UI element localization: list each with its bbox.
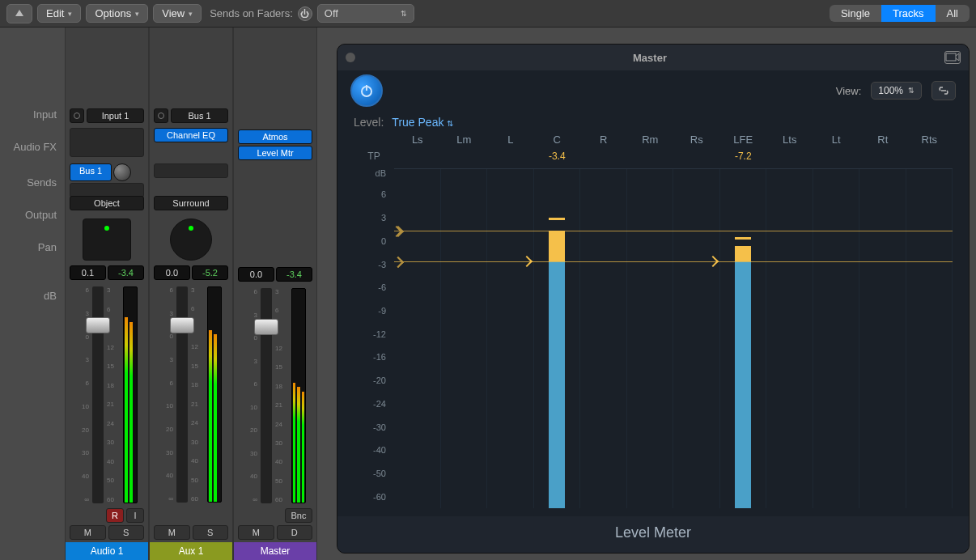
label-input: Input xyxy=(0,108,65,141)
tp-value xyxy=(859,151,906,162)
reference-line xyxy=(394,261,953,262)
level-mode-selector[interactable]: True Peak ⇅ xyxy=(392,116,453,129)
updown-icon: ⇅ xyxy=(447,119,453,128)
view-mode-group: Single Tracks All xyxy=(830,5,970,22)
solo-button[interactable]: D xyxy=(277,525,313,540)
sends-selector[interactable]: Off⇅ xyxy=(317,4,414,23)
fader-cap[interactable] xyxy=(254,319,278,335)
audiofx-slot[interactable]: Atmos xyxy=(238,129,312,144)
output-slot[interactable]: Surround xyxy=(154,196,228,210)
channel-label: Lt xyxy=(813,134,860,146)
input-slot[interactable]: Input 1 xyxy=(87,108,144,123)
db-peak[interactable]: -3.4 xyxy=(276,267,312,282)
plugin-subheader: View: 100%⇅ xyxy=(337,70,969,111)
channel-label: Rts xyxy=(906,134,953,146)
track-name[interactable]: Master xyxy=(234,542,316,560)
bounce-button[interactable]: Bnc xyxy=(285,508,312,523)
meter-column xyxy=(487,169,534,508)
fader[interactable] xyxy=(261,288,272,503)
channel-meter xyxy=(207,286,222,503)
channel-label: Rt xyxy=(859,134,906,146)
mute-button[interactable]: M xyxy=(154,525,190,540)
db-value[interactable]: 0.1 xyxy=(70,265,106,280)
channel-label: Lm xyxy=(441,134,488,146)
tp-value: -3.4 xyxy=(534,151,581,162)
y-tick: -50 xyxy=(354,462,386,486)
mode-tracks[interactable]: Tracks xyxy=(881,5,936,22)
channel-strip: Input 1Bus 1Object0.1-3.46303610203040∞3… xyxy=(65,28,149,560)
y-tick: -12 xyxy=(354,322,386,346)
chevron-down-icon: ▾ xyxy=(68,10,72,18)
mute-button[interactable]: M xyxy=(238,525,274,540)
window-close-icon[interactable] xyxy=(346,53,355,62)
channel-label: C xyxy=(534,134,581,146)
y-tick: -30 xyxy=(354,415,386,439)
send-knob[interactable] xyxy=(113,163,131,181)
label-db: dB xyxy=(0,290,65,308)
toolbar: Edit▾ Options▾ View▾ Sends on Faders: ⏻ … xyxy=(0,0,976,28)
tp-value: -7.2 xyxy=(720,151,767,162)
y-tick: -20 xyxy=(354,369,386,392)
channel-strip: Bus 1Channel EQSurround0.0-5.26303610203… xyxy=(149,28,233,560)
audiofx-empty[interactable] xyxy=(70,128,144,157)
fader[interactable] xyxy=(92,286,104,503)
pan-control[interactable] xyxy=(83,218,131,261)
db-axis-label: dB xyxy=(354,168,386,178)
audiofx-slot[interactable]: Channel EQ xyxy=(154,128,228,142)
compare-icon[interactable] xyxy=(944,51,961,64)
input-slot[interactable]: Bus 1 xyxy=(171,108,228,123)
tp-value xyxy=(766,151,813,162)
zoom-selector[interactable]: 100%⇅ xyxy=(871,82,922,100)
channel-meter xyxy=(123,286,138,503)
mode-all[interactable]: All xyxy=(936,5,970,22)
chevron-down-icon: ▾ xyxy=(135,10,139,18)
main: Input Audio FX Sends Output Pan dB Input… xyxy=(0,28,976,560)
collapse-button[interactable] xyxy=(6,4,32,23)
meter-column xyxy=(859,169,906,508)
tp-value xyxy=(673,151,720,162)
row-labels: Input Audio FX Sends Output Pan dB xyxy=(0,28,65,560)
sends-on-faders-label: Sends on Faders: xyxy=(210,7,293,19)
solo-button[interactable]: S xyxy=(108,525,145,540)
db-value[interactable]: 0.0 xyxy=(238,267,274,282)
send-slot[interactable]: Bus 1 xyxy=(70,163,112,181)
fader-cap[interactable] xyxy=(86,317,110,333)
send-empty[interactable] xyxy=(154,163,228,178)
plugin-window: Master View: 100%⇅ Level: True Peak ⇅ Ls… xyxy=(337,44,970,554)
db-peak[interactable]: -3.4 xyxy=(108,265,144,280)
db-value[interactable]: 0.0 xyxy=(154,265,190,280)
tp-value xyxy=(906,151,953,162)
fader-cap[interactable] xyxy=(170,317,194,333)
mode-single[interactable]: Single xyxy=(830,5,881,22)
link-button[interactable] xyxy=(931,81,956,100)
y-tick: 3 xyxy=(354,206,386,230)
sends-power-button[interactable]: ⏻ xyxy=(298,6,312,21)
channel-label: Ls xyxy=(394,134,441,146)
track-name[interactable]: Audio 1 xyxy=(66,542,148,560)
meter-column xyxy=(580,169,627,508)
audiofx-slot[interactable]: Level Mtr xyxy=(238,146,312,160)
input-active-icon[interactable] xyxy=(154,108,168,123)
y-tick: -16 xyxy=(354,346,386,369)
input-active-icon[interactable] xyxy=(70,108,84,123)
track-name[interactable]: Aux 1 xyxy=(150,542,232,560)
tp-value xyxy=(813,151,860,162)
view-menu[interactable]: View▾ xyxy=(153,4,202,23)
db-peak[interactable]: -5.2 xyxy=(192,265,228,280)
solo-button[interactable]: S xyxy=(193,525,229,540)
chevron-down-icon: ▾ xyxy=(189,10,193,18)
meter-column xyxy=(673,169,720,508)
channel-strip: AtmosLevel Mtr0.0-3.46303610203040∞36912… xyxy=(233,28,317,560)
fader[interactable] xyxy=(176,286,188,503)
plugin-power-button[interactable] xyxy=(350,74,383,107)
meter-column xyxy=(720,169,767,508)
edit-menu[interactable]: Edit▾ xyxy=(37,4,81,23)
options-menu[interactable]: Options▾ xyxy=(86,4,148,23)
input-monitor-button[interactable]: I xyxy=(126,508,144,523)
pan-control[interactable] xyxy=(170,218,212,261)
mute-button[interactable]: M xyxy=(70,525,106,540)
y-tick: -6 xyxy=(354,276,386,299)
output-slot[interactable]: Object xyxy=(70,196,144,210)
plugin-header[interactable]: Master xyxy=(337,45,969,70)
record-enable-button[interactable]: R xyxy=(106,508,124,523)
